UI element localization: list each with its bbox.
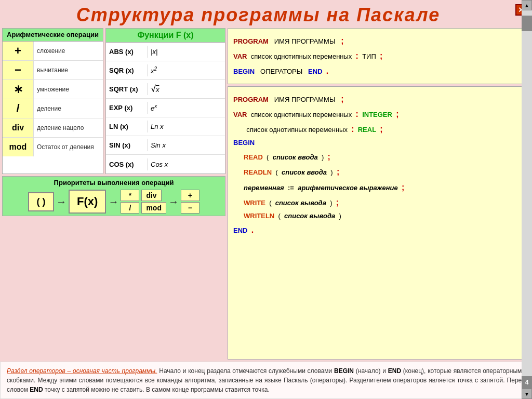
bottom-end-text: точку с запятой можно не ставить. В само… xyxy=(45,386,270,393)
function-row: SQR (x)x2 xyxy=(106,61,225,80)
arithmetic-label: деление xyxy=(34,104,103,113)
code-line-2j: END . xyxy=(233,223,524,237)
priority-plus: + xyxy=(181,190,200,201)
semi-write: ; xyxy=(336,198,339,207)
kw-program-2: PROGRAM xyxy=(233,96,269,103)
code-block-1: PROGRAM ИМЯ ПРОГРАММЫ ; VAR список однот… xyxy=(228,28,530,84)
code-line-2a: PROGRAM ИМЯ ПРОГРАММЫ ; xyxy=(233,92,524,106)
function-row: COS (x)Cos x xyxy=(106,155,225,174)
arithmetic-row: −вычитание xyxy=(3,61,103,80)
function-row: SQRT (x)√x xyxy=(106,80,225,99)
writeln-close: ) xyxy=(339,212,341,220)
priority-header: Приоритеты выполнения операций xyxy=(6,179,222,187)
scroll-up-button[interactable]: ▲ xyxy=(522,0,532,10)
assign-op: := xyxy=(288,184,294,192)
kw-var-1: VAR xyxy=(233,52,247,60)
arrow-2: → xyxy=(108,196,118,208)
priority-minus: − xyxy=(181,202,200,214)
program-name-1: ИМЯ ПРОГРАММЫ xyxy=(274,37,336,45)
semi-1b: ; xyxy=(380,51,382,60)
var-list-2a: список однотипных переменных xyxy=(251,111,352,118)
program-name-2: ИМЯ ПРОГРАММЫ xyxy=(274,96,336,103)
readln-list: список ввода xyxy=(282,168,327,176)
priority-div: div xyxy=(141,190,161,201)
semi-1: ; xyxy=(341,36,343,45)
scrollbar: ▲ 4 ▼ xyxy=(522,0,532,399)
function-name: ABS (x) xyxy=(106,46,148,58)
readln-close: ) xyxy=(330,168,332,176)
type-1: ТИП xyxy=(362,52,376,60)
colon-1: : xyxy=(356,51,358,60)
operators-1: ОПЕРАТОРЫ xyxy=(260,68,302,75)
code-line-2f: READLN ( список ввода ) ; xyxy=(233,165,524,179)
right-panel: PROGRAM ИМЯ ПРОГРАММЫ ; VAR список однот… xyxy=(228,28,530,360)
function-result: x2 xyxy=(148,64,225,77)
write-parens: ( xyxy=(269,199,271,207)
read-close: ) xyxy=(322,153,324,161)
code-line-2e: READ ( список ввода ) ; xyxy=(233,150,524,164)
arithmetic-label: вычитание xyxy=(34,65,103,75)
function-name: SIN (x) xyxy=(106,139,148,151)
priority-star: * xyxy=(121,190,139,201)
function-name: SQR (x) xyxy=(106,64,148,76)
function-result: Cos x xyxy=(148,158,225,170)
dot-2: . xyxy=(251,225,254,234)
var-list-2b: список однотипных переменных xyxy=(246,126,348,134)
code-line-1c: BEGIN ОПЕРАТОРЫ END . xyxy=(233,64,524,78)
top-left: Арифметические операции +сложение−вычита… xyxy=(2,28,225,174)
page-number: 4 xyxy=(522,376,532,389)
arithmetic-row: divделение нацело xyxy=(3,118,103,138)
code-line-2b: VAR список однотипных переменных : INTEG… xyxy=(233,107,524,121)
left-panel: Арифметические операции +сложение−вычита… xyxy=(2,28,225,360)
bottom-begin: BEGIN xyxy=(334,367,354,375)
function-result: ex xyxy=(148,101,225,114)
code-line-2d: BEGIN xyxy=(233,137,524,149)
function-row: SIN (x)Sin x xyxy=(106,136,225,155)
dot-1: . xyxy=(326,66,328,75)
code-line-2i: WRITELN ( список вывода ) xyxy=(233,210,524,222)
arithmetic-row: +сложение xyxy=(3,42,103,61)
readln-parens: ( xyxy=(275,168,277,176)
arithmetic-op: div xyxy=(3,118,34,137)
priority-mod: mod xyxy=(141,202,166,214)
functions-section: Функции F (x) ABS (x)|x|SQR (x)x2SQRT (x… xyxy=(105,28,225,174)
code-line-2c: список однотипных переменных : REAL ; xyxy=(233,122,524,136)
type-integer: INTEGER xyxy=(362,111,392,118)
priority-row-2: / mod xyxy=(121,202,166,214)
bottom-mid1: (начало) и xyxy=(356,367,388,375)
code-line-1b: VAR список однотипных переменных : ТИП ; xyxy=(233,49,524,63)
semi-readln: ; xyxy=(337,167,339,176)
priority-row-1: * div xyxy=(121,190,166,201)
function-rows: ABS (x)|x|SQR (x)x2SQRT (x)√xEXP (x)exLN… xyxy=(106,43,225,174)
code-line-1a: PROGRAM ИМЯ ПРОГРАММЫ ; xyxy=(233,34,524,48)
scroll-thumb[interactable] xyxy=(522,16,532,31)
kw-program-1: PROGRAM xyxy=(233,37,269,45)
kw-write: WRITE xyxy=(244,199,265,207)
page-title: Структура программы на Паскале xyxy=(5,4,511,26)
function-row: EXP (x)ex xyxy=(106,99,225,117)
function-row: LN (x)Ln x xyxy=(106,117,225,136)
scroll-down-button[interactable]: ▼ xyxy=(522,389,532,399)
bottom-highlight: Раздел операторов – основная часть прогр… xyxy=(7,367,157,375)
function-name: COS (x) xyxy=(106,158,148,170)
scroll-track xyxy=(522,10,532,376)
bottom-end: END xyxy=(388,367,401,375)
priority-flow: ( ) → F(x) → * div / mod → xyxy=(6,190,222,214)
priority-box-parens: ( ) xyxy=(28,192,54,211)
priority-double: * div / mod xyxy=(121,190,166,214)
function-name: EXP (x) xyxy=(106,102,148,114)
writeln-list: список вывода xyxy=(284,212,335,220)
arithmetic-label: умножение xyxy=(34,85,103,94)
function-result: √x xyxy=(148,82,225,97)
kw-end-2: END xyxy=(233,227,247,234)
arithmetic-op: / xyxy=(3,99,34,118)
arithmetic-row: /деление xyxy=(3,99,103,118)
semi-read: ; xyxy=(328,152,330,161)
arithmetic-header: Арифметические операции xyxy=(3,29,103,42)
bottom-content: Начало и конец раздела отмечаются служеб… xyxy=(159,367,334,375)
assign-expr: арифметическое выражение xyxy=(298,184,397,192)
read-list: список ввода xyxy=(273,153,318,161)
arrow-1: → xyxy=(56,196,66,208)
header: Структура программы на Паскале ✕ xyxy=(0,0,532,28)
main-container: Структура программы на Паскале ✕ Арифмет… xyxy=(0,0,532,399)
